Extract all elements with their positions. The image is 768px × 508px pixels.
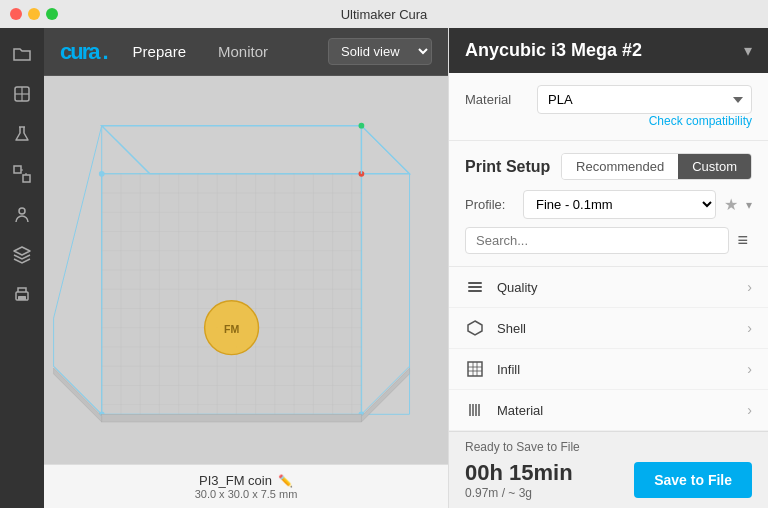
material-usage: 0.97m / ~ 3g [465, 486, 573, 500]
quality-label: Quality [497, 280, 735, 295]
print-time: 00h 15min [465, 460, 573, 486]
material-settings-label: Material [497, 403, 735, 418]
svg-rect-7 [18, 296, 26, 300]
svg-point-41 [99, 171, 105, 177]
save-to-file-button[interactable]: Save to File [634, 462, 752, 498]
traffic-lights [10, 8, 58, 20]
logo-text: cura [60, 39, 98, 65]
sidebar-icon-person[interactable] [4, 196, 40, 232]
quality-icon [465, 277, 485, 297]
profile-select[interactable]: Fine - 0.1mm Normal - 0.2mm Draft - 0.3m… [523, 190, 716, 219]
settings-list: Quality › Shell › [449, 267, 768, 431]
infill-icon [465, 359, 485, 379]
svg-point-5 [19, 208, 25, 214]
svg-text:FM: FM [224, 323, 239, 335]
sidebar-icon-merge[interactable] [4, 156, 40, 192]
status-dimensions: 30.0 x 30.0 x 7.5 mm [195, 488, 298, 500]
status-filename: PI3_FM coin ✏️ [199, 473, 293, 488]
sidebar-icon-folder[interactable] [4, 36, 40, 72]
view-mode-select[interactable]: Solid view X-Ray view Layer view [328, 38, 432, 65]
quality-chevron: › [747, 279, 752, 295]
sidebar-icon-shapes[interactable] [4, 76, 40, 112]
main-content: cura . Prepare Monitor Solid view X-Ray … [44, 28, 448, 508]
svg-rect-57 [468, 362, 482, 376]
print-setup-section: Print Setup Recommended Custom Profile: … [449, 141, 768, 267]
print-setup-header: Print Setup Recommended Custom [465, 153, 752, 180]
material-select[interactable]: PLA ABS PETG TPU [537, 85, 752, 114]
print-setup-title: Print Setup [465, 158, 550, 176]
material-chevron: › [747, 402, 752, 418]
logo-dot-text: . [102, 39, 108, 65]
right-panel: Anycubic i3 Mega #2 ▾ Material PLA ABS P… [448, 28, 768, 508]
check-compatibility-link[interactable]: Check compatibility [465, 114, 752, 128]
window-title: Ultimaker Cura [341, 7, 428, 22]
filename-text: PI3_FM coin [199, 473, 272, 488]
toolbar: cura . Prepare Monitor Solid view X-Ray … [44, 28, 448, 76]
settings-item-material[interactable]: Material › [449, 390, 768, 431]
infill-chevron: › [747, 361, 752, 377]
material-section: Material PLA ABS PETG TPU Check compatib… [449, 73, 768, 141]
svg-point-46 [359, 123, 365, 129]
profile-dropdown-icon[interactable]: ▾ [746, 198, 752, 212]
filter-icon[interactable]: ≡ [733, 230, 752, 251]
sidebar-icon-print[interactable] [4, 276, 40, 312]
material-label: Material [465, 92, 525, 107]
ready-text: Ready to Save to File [465, 440, 752, 454]
logo: cura . [60, 39, 109, 65]
svg-rect-55 [468, 290, 482, 292]
shell-chevron: › [747, 320, 752, 336]
maximize-button[interactable] [46, 8, 58, 20]
svg-rect-3 [14, 166, 21, 173]
shell-label: Shell [497, 321, 735, 336]
printer-dropdown-icon[interactable]: ▾ [744, 41, 752, 60]
star-icon[interactable]: ★ [724, 195, 738, 214]
edit-icon[interactable]: ✏️ [278, 474, 293, 488]
settings-item-shell[interactable]: Shell › [449, 308, 768, 349]
svg-rect-40 [102, 174, 362, 414]
mode-custom-btn[interactable]: Custom [678, 154, 751, 179]
action-bar: Ready to Save to File 00h 15min 0.97m / … [449, 431, 768, 508]
settings-item-infill[interactable]: Infill › [449, 349, 768, 390]
sidebar-icon-flask[interactable] [4, 116, 40, 152]
profile-label: Profile: [465, 197, 515, 212]
search-row: ≡ [465, 227, 752, 254]
material-icon [465, 400, 485, 420]
printer-name: Anycubic i3 Mega #2 [465, 40, 642, 61]
close-button[interactable] [10, 8, 22, 20]
material-row: Material PLA ABS PETG TPU [465, 85, 752, 114]
sidebar [0, 28, 44, 508]
printer-header: Anycubic i3 Mega #2 ▾ [449, 28, 768, 73]
svg-marker-56 [468, 321, 482, 335]
search-input[interactable] [465, 227, 729, 254]
infill-label: Infill [497, 362, 735, 377]
svg-rect-4 [23, 175, 30, 182]
action-row: 00h 15min 0.97m / ~ 3g Save to File [465, 460, 752, 500]
svg-rect-53 [468, 282, 482, 284]
sidebar-icon-layers[interactable] [4, 236, 40, 272]
svg-rect-54 [468, 286, 482, 288]
tab-monitor[interactable]: Monitor [210, 39, 276, 64]
status-bar: PI3_FM coin ✏️ 30.0 x 30.0 x 7.5 mm [44, 464, 448, 508]
svg-rect-50 [102, 414, 362, 422]
titlebar: Ultimaker Cura [0, 0, 768, 28]
minimize-button[interactable] [28, 8, 40, 20]
mode-toggle-group: Recommended Custom [561, 153, 752, 180]
viewport[interactable]: FM [44, 76, 448, 464]
shell-icon [465, 318, 485, 338]
profile-row: Profile: Fine - 0.1mm Normal - 0.2mm Dra… [465, 190, 752, 219]
time-info: 00h 15min 0.97m / ~ 3g [465, 460, 573, 500]
settings-item-quality[interactable]: Quality › [449, 267, 768, 308]
mode-recommended-btn[interactable]: Recommended [562, 154, 678, 179]
tab-prepare[interactable]: Prepare [125, 39, 194, 64]
